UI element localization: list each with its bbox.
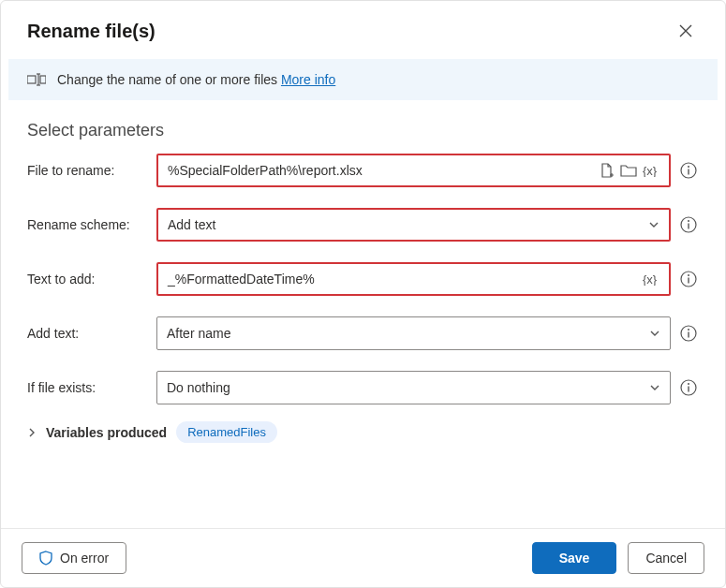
- variable-picker-icon[interactable]: {x}: [643, 164, 659, 177]
- svg-point-10: [688, 220, 689, 222]
- svg-rect-11: [688, 224, 689, 229]
- select-file-icon[interactable]: [600, 163, 615, 178]
- close-button[interactable]: [673, 18, 699, 44]
- rename-files-dialog: Rename file(s) Change the name of one or…: [0, 0, 726, 588]
- if-file-exists-value: Do nothing: [167, 380, 649, 395]
- variable-picker-icon[interactable]: {x}: [643, 272, 659, 286]
- svg-rect-8: [688, 169, 689, 175]
- label-rename-scheme: Rename scheme:: [27, 217, 149, 232]
- section-title: Select parameters: [1, 100, 725, 148]
- label-if-file-exists: If file exists:: [27, 380, 149, 395]
- svg-rect-4: [40, 76, 46, 83]
- help-icon-text-to-add[interactable]: [678, 269, 699, 289]
- info-description: Change the name of one or more files: [57, 72, 281, 87]
- svg-rect-15: [688, 278, 689, 284]
- variable-badge[interactable]: RenamedFiles: [176, 421, 277, 443]
- svg-rect-21: [688, 387, 689, 392]
- help-icon-rename-scheme[interactable]: [678, 214, 699, 235]
- info-bar: Change the name of one or more files Mor…: [8, 59, 718, 100]
- row-text-to-add: Text to add: _%FormattedDateTime% {x}: [27, 262, 699, 296]
- cancel-label: Cancel: [645, 551, 687, 566]
- rename-scheme-select[interactable]: Add text: [156, 208, 671, 242]
- rename-scheme-value: Add text: [168, 217, 648, 232]
- svg-text:{x}: {x}: [643, 164, 658, 177]
- add-text-select[interactable]: After name: [156, 316, 671, 350]
- svg-point-20: [688, 383, 689, 385]
- add-text-value: After name: [167, 326, 649, 341]
- chevron-down-icon: [648, 219, 659, 230]
- text-to-add-input[interactable]: _%FormattedDateTime% {x}: [156, 262, 671, 296]
- svg-rect-0: [27, 76, 36, 83]
- save-label: Save: [559, 551, 590, 566]
- save-button[interactable]: Save: [532, 542, 617, 574]
- if-file-exists-select[interactable]: Do nothing: [156, 371, 671, 404]
- chevron-down-icon: [649, 382, 660, 393]
- on-error-button[interactable]: On error: [22, 542, 126, 574]
- more-info-link[interactable]: More info: [281, 72, 335, 87]
- row-file-to-rename: File to rename: %SpecialFolderPath%\repo…: [27, 154, 699, 187]
- help-icon-if-file-exists[interactable]: [678, 377, 699, 398]
- on-error-label: On error: [60, 551, 109, 566]
- chevron-right-icon: [27, 427, 37, 438]
- label-file-to-rename: File to rename:: [27, 163, 149, 178]
- close-icon: [679, 24, 692, 37]
- svg-point-17: [688, 329, 689, 331]
- label-text-to-add: Text to add:: [27, 272, 149, 287]
- help-icon-add-text[interactable]: [678, 323, 699, 344]
- row-rename-scheme: Rename scheme: Add text: [27, 208, 699, 242]
- row-add-text: Add text: After name: [27, 316, 699, 350]
- parameters: File to rename: %SpecialFolderPath%\repo…: [1, 148, 725, 404]
- dialog-title: Rename file(s): [27, 21, 156, 42]
- rename-icon: [27, 72, 46, 87]
- svg-rect-18: [688, 332, 689, 338]
- file-to-rename-value: %SpecialFolderPath%\report.xlsx: [168, 163, 600, 178]
- file-to-rename-input[interactable]: %SpecialFolderPath%\report.xlsx {x}: [156, 154, 671, 187]
- help-icon-file-to-rename[interactable]: [678, 160, 699, 181]
- label-add-text: Add text:: [27, 326, 149, 341]
- variables-produced-label: Variables produced: [46, 425, 167, 440]
- dialog-header: Rename file(s): [1, 1, 725, 55]
- info-text: Change the name of one or more files Mor…: [57, 72, 335, 87]
- shield-icon: [39, 551, 52, 566]
- svg-point-14: [688, 274, 689, 276]
- variables-produced-row[interactable]: Variables produced RenamedFiles: [1, 410, 725, 443]
- svg-text:{x}: {x}: [643, 272, 658, 286]
- row-if-file-exists: If file exists: Do nothing: [27, 371, 699, 404]
- dialog-footer: On error Save Cancel: [1, 528, 725, 587]
- text-to-add-value: _%FormattedDateTime%: [168, 272, 643, 287]
- cancel-button[interactable]: Cancel: [628, 542, 704, 574]
- browse-folder-icon[interactable]: [620, 164, 637, 177]
- chevron-down-icon: [649, 328, 660, 339]
- svg-point-7: [688, 166, 689, 168]
